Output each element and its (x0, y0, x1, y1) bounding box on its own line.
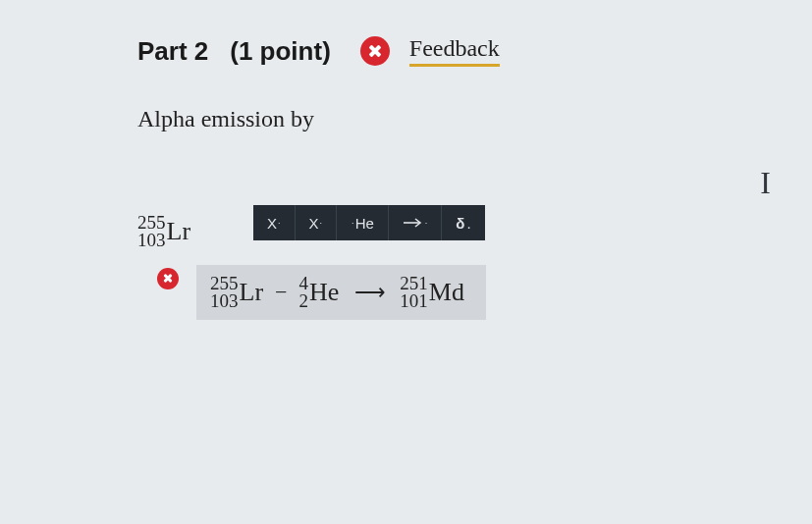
question-prompt: Alpha emission by (137, 106, 684, 132)
reaction-arrow: ⟶ (347, 280, 392, 305)
answer-term-1: 255 103 Lr (210, 275, 263, 310)
isotope-mass: 255 (137, 214, 166, 232)
arrow-icon (403, 218, 424, 228)
minus-sign: − (271, 280, 291, 305)
incorrect-icon (360, 36, 390, 66)
answer-term-3: 251 101 Md (400, 275, 464, 310)
feedback-link[interactable]: Feedback (409, 35, 500, 67)
isotope-symbol: Lr (167, 219, 191, 244)
arrow-button[interactable]: · (389, 205, 443, 240)
equation-toolbar: X· X· ·He · δ. (253, 205, 485, 240)
student-answer[interactable]: 255 103 Lr − 4 2 He ⟶ 251 101 Md (196, 265, 486, 320)
isotope-atomic: 103 (137, 232, 166, 249)
question-isotope: 255 103 Lr (137, 214, 190, 249)
superscript-button[interactable]: X· (253, 205, 296, 240)
part-label: Part 2 (137, 36, 208, 67)
answer-incorrect-icon (157, 268, 179, 289)
answer-term-2: 4 2 He (298, 275, 339, 310)
question-header: Part 2 (1 point) Feedback (137, 35, 684, 67)
subscript-button[interactable]: X· (296, 205, 338, 240)
element-button[interactable]: ·He (337, 205, 389, 240)
text-cursor-icon: I (760, 165, 771, 201)
charge-button[interactable]: δ. (442, 205, 484, 240)
points-label: (1 point) (230, 36, 331, 67)
